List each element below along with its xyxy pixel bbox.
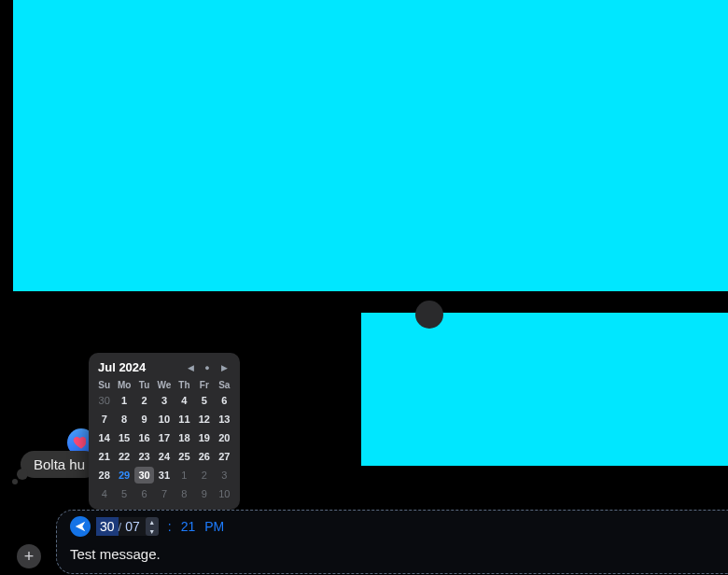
calendar-dow-label: Th (175, 380, 194, 390)
schedule-day-segment[interactable]: 30 (96, 517, 119, 536)
calendar-day-cell[interactable]: 16 (134, 429, 154, 446)
stepper-up-icon[interactable]: ▲ (146, 517, 159, 526)
schedule-month-segment[interactable]: 07 (121, 517, 144, 536)
add-attachment-button[interactable]: + (17, 544, 41, 568)
calendar-day-cell[interactable]: 18 (175, 429, 194, 446)
calendar-dow-label: Su (94, 380, 114, 390)
calendar-day-cell[interactable]: 20 (215, 429, 234, 446)
calendar-day-cell: 3 (215, 467, 234, 484)
calendar-day-cell[interactable]: 15 (114, 429, 133, 446)
calendar-day-cell[interactable]: 1 (114, 392, 133, 409)
calendar-day-cell[interactable]: 4 (175, 392, 194, 409)
calendar-day-cell[interactable]: 17 (154, 429, 174, 446)
calendar-day-cell: 2 (194, 467, 214, 484)
calendar-day-cell[interactable]: 22 (114, 448, 133, 465)
calendar-day-cell[interactable]: 5 (194, 392, 214, 409)
calendar-day-cell: 4 (94, 485, 114, 502)
calendar-day-cell[interactable]: 24 (154, 448, 174, 465)
calendar-day-cell[interactable]: 3 (154, 392, 174, 409)
compose-text-input[interactable]: Test message. (70, 546, 728, 562)
calendar-day-cell[interactable]: 11 (175, 411, 194, 428)
calendar-day-cell: 7 (154, 485, 174, 502)
contact-avatar (415, 301, 443, 329)
calendar-day-cell: 1 (175, 467, 194, 484)
calendar-day-cell[interactable]: 31 (154, 467, 174, 484)
calendar-day-cell[interactable]: 14 (94, 429, 114, 446)
calendar-day-cell[interactable]: 13 (215, 411, 234, 428)
time-separator: : (168, 519, 172, 534)
attached-image-1[interactable] (13, 0, 728, 291)
calendar-day-cell[interactable]: 12 (194, 411, 214, 428)
calendar-day-cell[interactable]: 7 (94, 411, 114, 428)
calendar-day-cell[interactable]: 8 (114, 411, 133, 428)
calendar-dow-label: Fr (194, 380, 214, 390)
received-message-bubble: Bolta hu (21, 451, 98, 478)
calendar-day-cell[interactable]: 9 (134, 411, 154, 428)
calendar-today-icon[interactable]: ● (201, 361, 214, 374)
calendar-day-cell: 10 (215, 485, 234, 502)
schedule-time-ampm[interactable]: PM (204, 519, 224, 534)
schedule-send-icon[interactable] (70, 516, 91, 537)
calendar-next-icon[interactable]: ▶ (217, 361, 231, 374)
calendar-prev-icon[interactable]: ◀ (184, 361, 197, 374)
calendar-day-cell[interactable]: 6 (215, 392, 234, 409)
calendar-day-cell[interactable]: 29 (114, 467, 133, 484)
calendar-day-cell[interactable]: 23 (134, 448, 154, 465)
stepper-down-icon[interactable]: ▼ (146, 526, 159, 536)
calendar-day-cell: 8 (175, 485, 194, 502)
calendar-day-cell[interactable]: 10 (154, 411, 174, 428)
calendar-day-cell[interactable]: 26 (194, 448, 214, 465)
calendar-dow-label: Tu (134, 380, 154, 390)
date-picker-calendar[interactable]: Jul 2024 ◀ ● ▶ SuMoTuWeThFrSa 3012345678… (89, 353, 240, 510)
compose-box[interactable]: 30 / 07 ▲ ▼ : 21 PM Test message. (56, 510, 728, 574)
calendar-month-label: Jul 2024 (98, 360, 184, 374)
calendar-dow-label: Mo (114, 380, 133, 390)
calendar-day-cell: 9 (194, 485, 214, 502)
calendar-day-cell[interactable]: 30 (134, 467, 154, 484)
schedule-time-hour[interactable]: 21 (181, 519, 196, 534)
calendar-day-cell[interactable]: 27 (215, 448, 234, 465)
schedule-date-field[interactable]: 30 / 07 ▲ ▼ (96, 517, 159, 536)
date-stepper[interactable]: ▲ ▼ (146, 517, 159, 536)
calendar-day-cell[interactable]: 19 (194, 429, 214, 446)
calendar-day-cell: 5 (114, 485, 133, 502)
calendar-dow-label: We (154, 380, 174, 390)
calendar-day-cell[interactable]: 25 (175, 448, 194, 465)
calendar-day-cell: 6 (134, 485, 154, 502)
attached-image-2[interactable] (361, 313, 728, 466)
calendar-day-cell: 30 (94, 392, 114, 409)
calendar-day-cell[interactable]: 28 (94, 467, 114, 484)
calendar-day-cell[interactable]: 21 (94, 448, 114, 465)
calendar-day-cell[interactable]: 2 (134, 392, 154, 409)
calendar-dow-label: Sa (215, 380, 234, 390)
